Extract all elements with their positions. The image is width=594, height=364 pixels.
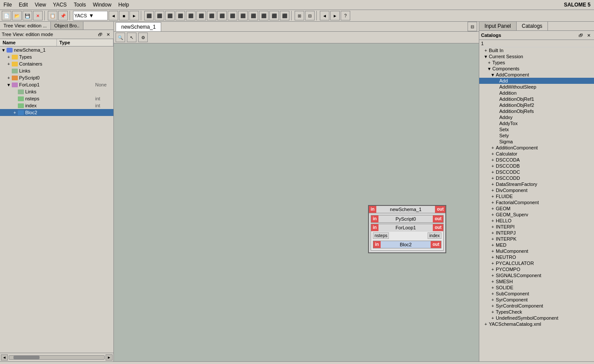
pyscript-out-port[interactable]: out	[433, 215, 443, 222]
forloop-out-port[interactable]: out	[433, 224, 443, 231]
toolbar-btn13[interactable]: ⬛	[228, 11, 237, 20]
catalog-item-geom[interactable]: + GEOM	[479, 205, 594, 212]
scroll-left-btn[interactable]: ◄	[1, 354, 8, 361]
forloop-in-port[interactable]: in	[371, 224, 378, 231]
tree-item-forloop-links[interactable]: Links	[0, 88, 113, 95]
catalog-item-additionobjrefs[interactable]: AdditionObjRefs	[479, 108, 594, 114]
center-tool-btn[interactable]: ⚙	[138, 33, 148, 42]
catalog-item-builtin[interactable]: + Built In	[479, 47, 594, 53]
toolbar-btn5[interactable]: ⬛	[144, 11, 154, 20]
catalog-item-typescheck[interactable]: + TypesCheck	[479, 309, 594, 315]
catalog-item-sety[interactable]: Sety	[479, 132, 594, 139]
center-search-btn[interactable]: 🔍	[116, 33, 125, 42]
catalog-item-addcomponent[interactable]: ▼ AddComponent	[479, 72, 594, 78]
toolbar-help-btn[interactable]: ?	[341, 11, 350, 20]
catalog-item-interpj[interactable]: + INTERPJ	[479, 230, 594, 236]
tree-expander[interactable]: +	[6, 62, 11, 66]
catalog-expander[interactable]: +	[490, 237, 496, 242]
catalog-item-types[interactable]: + Types	[479, 60, 594, 66]
right-tab-input[interactable]: Input Panel	[479, 22, 517, 30]
left-tab-tree[interactable]: Tree View: edition ...	[0, 22, 51, 30]
catalogs-restore-btn[interactable]: 🗗	[577, 32, 584, 39]
toolbar-btn16[interactable]: ⬛	[259, 11, 269, 20]
tree-item-pyscript[interactable]: + PyScript0	[0, 74, 113, 81]
root-schema-node[interactable]: in newSchema_1 out in PyScript0 out in	[368, 205, 446, 253]
catalog-expander[interactable]: ▼	[486, 66, 492, 71]
catalog-expander[interactable]: +	[490, 188, 496, 193]
catalog-item-sigma[interactable]: Sigma	[479, 139, 594, 145]
toolbar-btn11[interactable]: ⬛	[207, 11, 216, 20]
toolbar-arrow2-btn[interactable]: ■	[119, 11, 129, 20]
catalog-expander[interactable]: +	[490, 249, 496, 254]
toolbar-arrow-right-btn[interactable]: ►	[330, 11, 340, 20]
toolbar-module-dropdown[interactable]: YACS ▼	[73, 11, 108, 20]
tree-expander[interactable]: ▼	[6, 83, 11, 87]
catalog-expander[interactable]: +	[490, 225, 496, 229]
catalog-expander[interactable]: +	[490, 182, 496, 187]
catalog-expander[interactable]: ▼	[490, 73, 496, 77]
tree-expander[interactable]: ▼	[1, 48, 6, 53]
catalog-item-syrcontrolcomponent[interactable]: + SyrControlComponent	[479, 303, 594, 309]
toolbar-btn9[interactable]: ⬛	[186, 11, 196, 20]
catalogs-close-btn[interactable]: ✕	[585, 32, 592, 39]
toolbar-copy-btn[interactable]: 📋	[48, 11, 57, 20]
center-tab[interactable]: newSchema_1	[116, 22, 161, 31]
catalog-expander[interactable]: +	[490, 170, 496, 175]
catalog-expander[interactable]: +	[490, 279, 496, 284]
catalog-item-additioncomponent[interactable]: + AdditionComponent	[479, 145, 594, 151]
toolbar-btn8[interactable]: ⬛	[176, 11, 185, 20]
catalog-expander[interactable]: +	[490, 316, 496, 321]
right-tab-catalogs[interactable]: Catalogs	[517, 22, 548, 30]
catalog-expander[interactable]: +	[490, 218, 496, 223]
catalog-item-undefinedsymbolcomponent[interactable]: + UndefinedSymbolComponent	[479, 315, 594, 321]
pyscript-in-port[interactable]: in	[371, 215, 378, 222]
toolbar-dropdown-arrow[interactable]: ▼	[89, 13, 94, 19]
toolbar-new-btn[interactable]: 📄	[2, 11, 11, 20]
toolbar-btn15[interactable]: ⬛	[249, 11, 258, 20]
tree-expander[interactable]: +	[6, 55, 11, 60]
catalog-item-components[interactable]: ▼ Components	[479, 66, 594, 72]
catalog-expander[interactable]: +	[486, 60, 492, 65]
catalog-item-addxy[interactable]: Addxy	[479, 114, 594, 120]
root-out-port[interactable]: out	[435, 206, 445, 213]
catalog-item-yacs-schema[interactable]: + YACSchemaCatalog.xml	[479, 321, 594, 327]
catalog-item-signalscomponent[interactable]: + SIGNALSComponent	[479, 272, 594, 278]
scroll-track[interactable]	[9, 355, 105, 360]
menu-help[interactable]: Help	[116, 1, 131, 9]
catalog-item-dsccodb[interactable]: + DSCCODB	[479, 163, 594, 169]
catalog-item-interpk[interactable]: + INTERPK	[479, 236, 594, 242]
tree-item-nsteps[interactable]: nsteps int	[0, 95, 113, 102]
menu-yacs[interactable]: YACS	[51, 1, 69, 9]
menu-file[interactable]: File	[2, 1, 13, 9]
menu-edit[interactable]: Edit	[17, 1, 30, 9]
catalog-item-addition[interactable]: Addition	[479, 90, 594, 96]
catalog-item-setx[interactable]: Setx	[479, 126, 594, 132]
toolbar-btn6[interactable]: ⬛	[155, 11, 164, 20]
tree-expander[interactable]: +	[12, 110, 17, 115]
catalog-expander[interactable]: +	[490, 298, 496, 302]
catalog-item-additionobjref2[interactable]: AdditionObjRef2	[479, 102, 594, 108]
catalog-expander[interactable]: +	[490, 158, 496, 162]
catalog-expander[interactable]: +	[490, 152, 496, 156]
catalog-item-solide[interactable]: + SOLIDE	[479, 285, 594, 291]
root-in-port[interactable]: in	[369, 206, 376, 213]
catalog-item-mulcomponent[interactable]: + MulComponent	[479, 248, 594, 254]
catalog-item-add[interactable]: Add	[479, 78, 594, 84]
catalog-item-dsccoda[interactable]: + DSCCODA	[479, 157, 594, 163]
catalog-item-dsccodc[interactable]: + DSCCODC	[479, 169, 594, 175]
catalog-expander[interactable]: +	[490, 310, 496, 314]
toolbar-grid1-btn[interactable]: ⊞	[295, 11, 304, 20]
catalog-item-factorialcomponent[interactable]: + FactorialComponent	[479, 199, 594, 205]
catalog-item-dsccodd[interactable]: + DSCCODD	[479, 175, 594, 181]
toolbar-btn14[interactable]: ⬛	[238, 11, 248, 20]
catalog-expander[interactable]: +	[490, 164, 496, 169]
catalog-expander[interactable]: +	[490, 267, 496, 272]
catalog-expander[interactable]: +	[490, 291, 496, 296]
catalog-expander[interactable]: +	[490, 285, 496, 290]
tree-item-index[interactable]: index int	[0, 102, 113, 109]
catalog-expander[interactable]: +	[490, 261, 496, 266]
toolbar-paste-btn[interactable]: 📌	[58, 11, 68, 20]
catalog-expander[interactable]: +	[490, 194, 496, 199]
center-select-btn[interactable]: ↖	[127, 33, 136, 42]
catalog-item-divcomponent[interactable]: + DivComponent	[479, 187, 594, 193]
